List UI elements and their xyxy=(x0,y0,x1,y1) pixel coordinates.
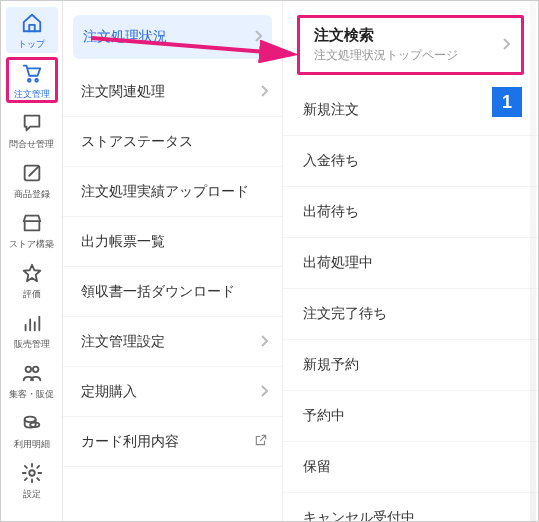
svg-point-1 xyxy=(35,78,38,81)
chevron-right-icon xyxy=(260,84,268,100)
svg-point-5 xyxy=(24,416,35,422)
rail-item-label: 商品登録 xyxy=(14,190,50,199)
submenu-item-label: 領収書一括ダウンロード xyxy=(81,283,235,301)
detail-item-label: 注文完了待ち xyxy=(303,305,387,321)
detail-item-label: 新規予約 xyxy=(303,356,359,372)
detail-item[interactable]: 新規注文 xyxy=(283,85,538,136)
chevron-right-icon xyxy=(501,36,511,54)
rail-item-product[interactable]: 商品登録 xyxy=(6,157,58,203)
submenu-item[interactable]: ストアステータス xyxy=(63,117,282,167)
submenu-item-label: カード利用内容 xyxy=(81,433,179,451)
submenu-item-label: ストアステータス xyxy=(81,133,193,151)
chevron-right-icon xyxy=(260,384,268,400)
detail-item[interactable]: 注文完了待ち xyxy=(283,289,538,340)
detail-header-title: 注文検索 xyxy=(314,26,493,45)
storefront-icon xyxy=(21,212,43,238)
detail-panel: 注文検索 注文処理状況トップページ 新規注文入金待ち出荷待ち出荷処理中注文完了待… xyxy=(283,1,538,521)
home-icon xyxy=(21,12,43,38)
detail-item-label: 出荷待ち xyxy=(303,203,359,219)
edit-icon xyxy=(21,162,43,188)
submenu-item[interactable]: カード利用内容 xyxy=(63,417,282,467)
rail-item-top[interactable]: トップ xyxy=(6,7,58,53)
side-rail: トップ注文管理問合せ管理商品登録ストア構築評価販売管理集客・販促利用明細設定 xyxy=(1,1,63,521)
rail-item-label: 販売管理 xyxy=(14,340,50,349)
detail-item[interactable]: 予約中 xyxy=(283,391,538,442)
submenu-item-label: 注文管理設定 xyxy=(81,333,165,351)
rail-item-label: トップ xyxy=(18,40,45,49)
detail-item-label: 保留 xyxy=(303,458,331,474)
detail-header-order-search[interactable]: 注文検索 注文処理状況トップページ xyxy=(297,15,524,75)
rail-item-inquiry[interactable]: 問合せ管理 xyxy=(6,107,58,153)
detail-item[interactable]: 新規予約 xyxy=(283,340,538,391)
rail-item-settings[interactable]: 設定 xyxy=(6,457,58,503)
detail-item[interactable]: キャンセル受付中 xyxy=(283,493,538,521)
people-icon xyxy=(21,362,43,388)
submenu-item-label: 出力帳票一覧 xyxy=(81,233,165,251)
chevron-right-icon xyxy=(260,334,268,350)
detail-item-label: 新規注文 xyxy=(303,101,359,117)
detail-item[interactable]: 出荷処理中 xyxy=(283,238,538,289)
submenu-item[interactable]: 注文管理設定 xyxy=(63,317,282,367)
rail-item-sales[interactable]: 販売管理 xyxy=(6,307,58,353)
submenu-item[interactable]: 領収書一括ダウンロード xyxy=(63,267,282,317)
rail-item-label: 集客・販促 xyxy=(9,390,54,399)
detail-item-label: 入金待ち xyxy=(303,152,359,168)
detail-item[interactable]: 出荷待ち xyxy=(283,187,538,238)
svg-point-4 xyxy=(32,366,37,372)
gear-icon xyxy=(21,462,43,488)
detail-item-label: 出荷処理中 xyxy=(303,254,373,270)
submenu-item[interactable]: 注文処理状況 xyxy=(73,15,272,59)
submenu-item-label: 注文処理実績アップロード xyxy=(81,183,249,201)
rail-item-label: 利用明細 xyxy=(14,440,50,449)
svg-point-0 xyxy=(27,78,30,81)
submenu-item-label: 注文処理状況 xyxy=(83,28,167,46)
cart-icon xyxy=(21,62,43,88)
app-frame: トップ注文管理問合せ管理商品登録ストア構築評価販売管理集客・販促利用明細設定 注… xyxy=(0,0,539,522)
detail-item-label: 予約中 xyxy=(303,407,345,423)
rail-item-label: 評価 xyxy=(23,290,41,299)
rail-item-label: ストア構築 xyxy=(9,240,54,249)
rail-item-review[interactable]: 評価 xyxy=(6,257,58,303)
bars-icon xyxy=(21,312,43,338)
submenu-item[interactable]: 注文処理実績アップロード xyxy=(63,167,282,217)
submenu-item[interactable]: 出力帳票一覧 xyxy=(63,217,282,267)
submenu-item[interactable]: 定期購入 xyxy=(63,367,282,417)
detail-header-subtitle: 注文処理状況トップページ xyxy=(314,47,493,64)
rail-item-orders[interactable]: 注文管理 xyxy=(6,57,58,103)
star-icon xyxy=(21,262,43,288)
submenu-panel: 注文処理状況注文関連処理ストアステータス注文処理実績アップロード出力帳票一覧領収… xyxy=(63,1,283,521)
rail-item-label: 設定 xyxy=(23,490,41,499)
detail-item-label: キャンセル受付中 xyxy=(303,509,415,521)
rail-item-store[interactable]: ストア構築 xyxy=(6,207,58,253)
chevron-right-icon xyxy=(254,29,262,45)
submenu-item[interactable]: 注文関連処理 xyxy=(63,67,282,117)
rail-item-usage[interactable]: 利用明細 xyxy=(6,407,58,453)
svg-point-3 xyxy=(25,366,30,372)
chat-icon xyxy=(21,112,43,138)
external-link-icon xyxy=(254,433,268,450)
rail-item-label: 問合せ管理 xyxy=(9,140,54,149)
detail-item[interactable]: 入金待ち xyxy=(283,136,538,187)
rail-item-label: 注文管理 xyxy=(14,90,50,99)
rail-item-promo[interactable]: 集客・販促 xyxy=(6,357,58,403)
coins-icon xyxy=(21,412,43,438)
submenu-item-label: 注文関連処理 xyxy=(81,83,165,101)
svg-point-7 xyxy=(29,470,35,476)
submenu-item-label: 定期購入 xyxy=(81,383,137,401)
detail-item[interactable]: 保留 xyxy=(283,442,538,493)
